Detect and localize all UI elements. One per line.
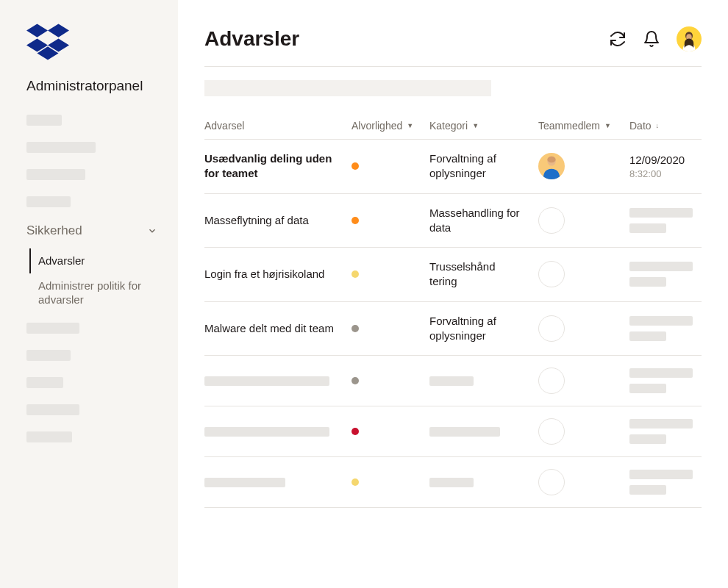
cell-advarsel	[204, 376, 351, 386]
placeholder	[629, 384, 666, 393]
sidebar: Administratorpanel Sikkerhed Advarsler A…	[0, 0, 178, 588]
cell-teammedlem	[538, 469, 629, 495]
placeholder	[204, 376, 329, 386]
cell-teammedlem	[538, 368, 629, 394]
team-avatar-empty	[538, 368, 565, 394]
table-row[interactable]: Masseflytning af dataMassehandling for d…	[204, 194, 702, 248]
panel-title: Administratorpanel	[26, 78, 178, 94]
placeholder	[629, 331, 666, 341]
svg-point-8	[547, 157, 555, 163]
placeholder	[629, 470, 693, 479]
placeholder	[204, 427, 329, 437]
cell-kategori	[429, 427, 538, 437]
table-row[interactable]	[204, 457, 702, 508]
cell-dato	[629, 208, 702, 233]
col-header-alvorlighed[interactable]: Alvorlighed ▼	[351, 120, 429, 132]
placeholder	[629, 419, 693, 429]
cell-kategori	[429, 376, 538, 386]
nav-placeholder	[26, 377, 63, 388]
cell-advarsel	[204, 427, 351, 437]
cell-kategori: Forvaltning af oplysninger	[429, 151, 538, 182]
cell-alvorlighed	[351, 377, 429, 384]
sidebar-item-administrer-politik[interactable]: Administrer politik for advarsler	[29, 273, 178, 312]
divider	[204, 66, 702, 67]
table-row[interactable]	[204, 406, 702, 457]
nav-placeholder	[26, 115, 62, 126]
placeholder	[429, 376, 474, 386]
filter-placeholder	[204, 80, 491, 96]
user-avatar[interactable]	[677, 26, 702, 51]
cell-dato: 12/09/20208:32:00	[629, 154, 702, 179]
team-avatar-empty	[538, 261, 565, 287]
nav-placeholder	[26, 142, 96, 153]
col-header-teammedlem[interactable]: Teammedlem ▼	[538, 120, 629, 132]
cell-teammedlem	[538, 207, 629, 234]
placeholder	[629, 368, 693, 378]
svg-marker-0	[26, 24, 48, 37]
caret-down-icon: ▼	[604, 122, 611, 129]
page-title: Advarsler	[204, 27, 299, 51]
cell-teammedlem	[538, 315, 629, 342]
cell-advarsel: Malware delt med dit team	[204, 321, 351, 336]
placeholder	[204, 478, 285, 487]
date-value: 12/09/2020	[629, 154, 702, 166]
header-actions	[609, 26, 702, 51]
sidebar-section-label: Sikkerhed	[26, 223, 82, 238]
cell-dato	[629, 419, 702, 444]
main: Advarsler Advars	[178, 0, 728, 588]
col-header-advarsel[interactable]: Advarsel	[204, 120, 351, 132]
cell-kategori	[429, 478, 538, 487]
cell-dato	[629, 262, 702, 287]
time-value: 8:32:00	[629, 168, 702, 179]
col-header-dato[interactable]: Dato ↓	[629, 120, 702, 132]
severity-dot	[351, 325, 359, 332]
cell-advarsel: Login fra et højrisikoland	[204, 267, 351, 282]
placeholder	[629, 434, 666, 444]
cell-advarsel: Masseflytning af data	[204, 213, 351, 228]
cell-advarsel	[204, 478, 351, 487]
placeholder	[629, 485, 666, 495]
nav-placeholder	[26, 404, 79, 415]
placeholder	[429, 478, 474, 487]
nav-placeholder	[26, 431, 72, 442]
refresh-icon[interactable]	[609, 30, 627, 48]
placeholder	[629, 262, 693, 271]
table-row[interactable]: Login fra et højrisikolandTrusselshånd t…	[204, 248, 702, 302]
severity-dot	[351, 270, 359, 278]
table-row[interactable]: Malware delt med dit teamForvaltning af …	[204, 302, 702, 356]
cell-teammedlem	[538, 261, 629, 287]
severity-dot	[351, 377, 359, 384]
severity-dot	[351, 478, 359, 486]
nav-placeholder	[26, 350, 71, 361]
team-avatar-empty	[538, 418, 565, 445]
placeholder	[629, 316, 693, 326]
severity-dot	[351, 428, 359, 435]
arrow-down-icon: ↓	[656, 122, 660, 129]
header: Advarsler	[204, 26, 702, 51]
table-row[interactable]	[204, 356, 702, 406]
cell-kategori: Trusselshånd tering	[429, 259, 538, 290]
table-header: Advarsel Alvorlighed ▼ Kategori ▼ Teamme…	[204, 120, 702, 140]
cell-kategori: Massehandling for data	[429, 206, 538, 236]
sidebar-item-advarsler[interactable]: Advarsler	[29, 248, 178, 273]
severity-dot	[351, 217, 359, 224]
col-header-kategori[interactable]: Kategori ▼	[429, 120, 538, 132]
cell-dato	[629, 316, 702, 341]
cell-dato	[629, 368, 702, 393]
table-row[interactable]: Usædvanlig deling uden for teametForvalt…	[204, 140, 702, 194]
team-avatar-empty	[538, 469, 565, 495]
dropbox-logo	[26, 24, 178, 63]
sidebar-section-security[interactable]: Sikkerhed	[26, 223, 157, 238]
cell-alvorlighed	[351, 162, 429, 170]
cell-alvorlighed	[351, 270, 429, 278]
placeholder	[629, 223, 666, 233]
cell-alvorlighed	[351, 217, 429, 224]
alerts-table: Advarsel Alvorlighed ▼ Kategori ▼ Teamme…	[204, 120, 702, 508]
severity-dot	[351, 162, 359, 170]
cell-alvorlighed	[351, 325, 429, 332]
team-avatar-empty	[538, 315, 565, 342]
svg-marker-1	[48, 24, 69, 37]
team-avatar[interactable]	[538, 153, 565, 179]
bell-icon[interactable]	[643, 30, 660, 48]
chevron-down-icon	[147, 226, 157, 236]
